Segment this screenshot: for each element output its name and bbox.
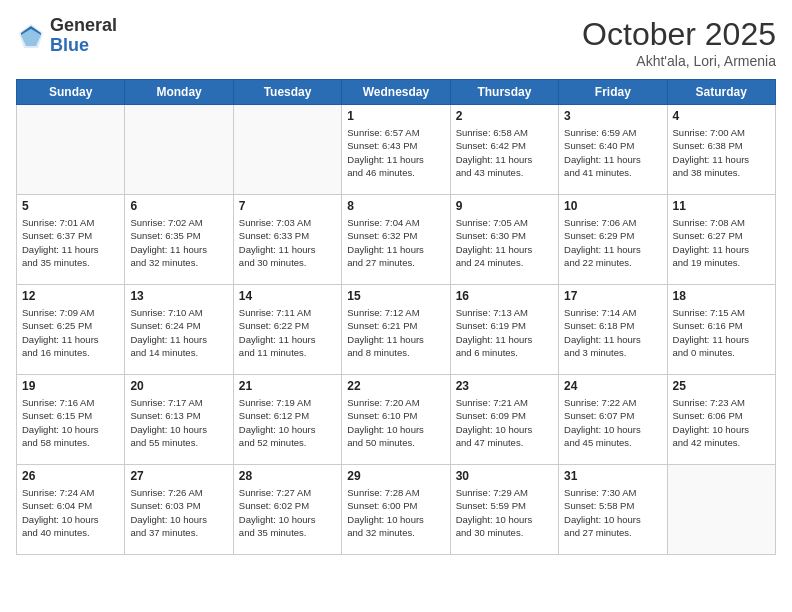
day-number: 6 xyxy=(130,199,227,213)
week-row-5: 26Sunrise: 7:24 AM Sunset: 6:04 PM Dayli… xyxy=(17,465,776,555)
cal-cell: 3Sunrise: 6:59 AM Sunset: 6:40 PM Daylig… xyxy=(559,105,667,195)
day-header-tuesday: Tuesday xyxy=(233,80,341,105)
cal-cell: 23Sunrise: 7:21 AM Sunset: 6:09 PM Dayli… xyxy=(450,375,558,465)
cal-cell: 12Sunrise: 7:09 AM Sunset: 6:25 PM Dayli… xyxy=(17,285,125,375)
cal-cell xyxy=(667,465,775,555)
day-number: 5 xyxy=(22,199,119,213)
cell-info: Sunrise: 7:20 AM Sunset: 6:10 PM Dayligh… xyxy=(347,396,444,449)
day-header-saturday: Saturday xyxy=(667,80,775,105)
location-text: Akht'ala, Lori, Armenia xyxy=(582,53,776,69)
day-number: 24 xyxy=(564,379,661,393)
day-number: 27 xyxy=(130,469,227,483)
cell-info: Sunrise: 7:08 AM Sunset: 6:27 PM Dayligh… xyxy=(673,216,770,269)
cell-info: Sunrise: 6:58 AM Sunset: 6:42 PM Dayligh… xyxy=(456,126,553,179)
cell-info: Sunrise: 7:01 AM Sunset: 6:37 PM Dayligh… xyxy=(22,216,119,269)
cal-cell: 22Sunrise: 7:20 AM Sunset: 6:10 PM Dayli… xyxy=(342,375,450,465)
cal-cell: 7Sunrise: 7:03 AM Sunset: 6:33 PM Daylig… xyxy=(233,195,341,285)
day-number: 10 xyxy=(564,199,661,213)
cell-info: Sunrise: 7:02 AM Sunset: 6:35 PM Dayligh… xyxy=(130,216,227,269)
cell-info: Sunrise: 7:24 AM Sunset: 6:04 PM Dayligh… xyxy=(22,486,119,539)
day-header-thursday: Thursday xyxy=(450,80,558,105)
week-row-2: 5Sunrise: 7:01 AM Sunset: 6:37 PM Daylig… xyxy=(17,195,776,285)
cell-info: Sunrise: 6:57 AM Sunset: 6:43 PM Dayligh… xyxy=(347,126,444,179)
cal-cell: 25Sunrise: 7:23 AM Sunset: 6:06 PM Dayli… xyxy=(667,375,775,465)
cell-info: Sunrise: 7:11 AM Sunset: 6:22 PM Dayligh… xyxy=(239,306,336,359)
page-header: General Blue October 2025 Akht'ala, Lori… xyxy=(16,16,776,69)
cell-info: Sunrise: 7:15 AM Sunset: 6:16 PM Dayligh… xyxy=(673,306,770,359)
day-number: 4 xyxy=(673,109,770,123)
day-number: 16 xyxy=(456,289,553,303)
cal-cell: 8Sunrise: 7:04 AM Sunset: 6:32 PM Daylig… xyxy=(342,195,450,285)
week-row-4: 19Sunrise: 7:16 AM Sunset: 6:15 PM Dayli… xyxy=(17,375,776,465)
day-number: 30 xyxy=(456,469,553,483)
logo-blue-text: Blue xyxy=(50,36,117,56)
cal-cell: 9Sunrise: 7:05 AM Sunset: 6:30 PM Daylig… xyxy=(450,195,558,285)
cal-cell: 16Sunrise: 7:13 AM Sunset: 6:19 PM Dayli… xyxy=(450,285,558,375)
cell-info: Sunrise: 7:12 AM Sunset: 6:21 PM Dayligh… xyxy=(347,306,444,359)
cell-info: Sunrise: 7:04 AM Sunset: 6:32 PM Dayligh… xyxy=(347,216,444,269)
day-number: 23 xyxy=(456,379,553,393)
day-header-monday: Monday xyxy=(125,80,233,105)
day-number: 26 xyxy=(22,469,119,483)
cal-cell: 26Sunrise: 7:24 AM Sunset: 6:04 PM Dayli… xyxy=(17,465,125,555)
month-title: October 2025 xyxy=(582,16,776,53)
cell-info: Sunrise: 7:14 AM Sunset: 6:18 PM Dayligh… xyxy=(564,306,661,359)
cal-cell xyxy=(125,105,233,195)
logo-icon xyxy=(16,21,46,51)
cell-info: Sunrise: 7:27 AM Sunset: 6:02 PM Dayligh… xyxy=(239,486,336,539)
day-number: 28 xyxy=(239,469,336,483)
day-number: 13 xyxy=(130,289,227,303)
cal-cell: 21Sunrise: 7:19 AM Sunset: 6:12 PM Dayli… xyxy=(233,375,341,465)
cal-cell: 17Sunrise: 7:14 AM Sunset: 6:18 PM Dayli… xyxy=(559,285,667,375)
day-number: 11 xyxy=(673,199,770,213)
cal-cell: 28Sunrise: 7:27 AM Sunset: 6:02 PM Dayli… xyxy=(233,465,341,555)
day-number: 21 xyxy=(239,379,336,393)
week-row-1: 1Sunrise: 6:57 AM Sunset: 6:43 PM Daylig… xyxy=(17,105,776,195)
cell-info: Sunrise: 7:06 AM Sunset: 6:29 PM Dayligh… xyxy=(564,216,661,269)
cell-info: Sunrise: 7:29 AM Sunset: 5:59 PM Dayligh… xyxy=(456,486,553,539)
title-block: October 2025 Akht'ala, Lori, Armenia xyxy=(582,16,776,69)
cal-cell: 29Sunrise: 7:28 AM Sunset: 6:00 PM Dayli… xyxy=(342,465,450,555)
cal-cell: 11Sunrise: 7:08 AM Sunset: 6:27 PM Dayli… xyxy=(667,195,775,285)
cal-cell: 6Sunrise: 7:02 AM Sunset: 6:35 PM Daylig… xyxy=(125,195,233,285)
header-row: SundayMondayTuesdayWednesdayThursdayFrid… xyxy=(17,80,776,105)
cell-info: Sunrise: 6:59 AM Sunset: 6:40 PM Dayligh… xyxy=(564,126,661,179)
cal-cell: 24Sunrise: 7:22 AM Sunset: 6:07 PM Dayli… xyxy=(559,375,667,465)
week-row-3: 12Sunrise: 7:09 AM Sunset: 6:25 PM Dayli… xyxy=(17,285,776,375)
day-number: 15 xyxy=(347,289,444,303)
cal-cell: 20Sunrise: 7:17 AM Sunset: 6:13 PM Dayli… xyxy=(125,375,233,465)
day-number: 17 xyxy=(564,289,661,303)
day-number: 12 xyxy=(22,289,119,303)
cell-info: Sunrise: 7:13 AM Sunset: 6:19 PM Dayligh… xyxy=(456,306,553,359)
cell-info: Sunrise: 7:16 AM Sunset: 6:15 PM Dayligh… xyxy=(22,396,119,449)
day-header-friday: Friday xyxy=(559,80,667,105)
cal-cell: 19Sunrise: 7:16 AM Sunset: 6:15 PM Dayli… xyxy=(17,375,125,465)
day-number: 22 xyxy=(347,379,444,393)
cell-info: Sunrise: 7:19 AM Sunset: 6:12 PM Dayligh… xyxy=(239,396,336,449)
cal-cell: 4Sunrise: 7:00 AM Sunset: 6:38 PM Daylig… xyxy=(667,105,775,195)
day-number: 2 xyxy=(456,109,553,123)
cal-cell: 15Sunrise: 7:12 AM Sunset: 6:21 PM Dayli… xyxy=(342,285,450,375)
day-header-sunday: Sunday xyxy=(17,80,125,105)
day-number: 20 xyxy=(130,379,227,393)
day-number: 8 xyxy=(347,199,444,213)
cal-cell: 10Sunrise: 7:06 AM Sunset: 6:29 PM Dayli… xyxy=(559,195,667,285)
day-number: 1 xyxy=(347,109,444,123)
cell-info: Sunrise: 7:03 AM Sunset: 6:33 PM Dayligh… xyxy=(239,216,336,269)
cell-info: Sunrise: 7:28 AM Sunset: 6:00 PM Dayligh… xyxy=(347,486,444,539)
logo: General Blue xyxy=(16,16,117,56)
cal-cell: 13Sunrise: 7:10 AM Sunset: 6:24 PM Dayli… xyxy=(125,285,233,375)
cell-info: Sunrise: 7:26 AM Sunset: 6:03 PM Dayligh… xyxy=(130,486,227,539)
cell-info: Sunrise: 7:23 AM Sunset: 6:06 PM Dayligh… xyxy=(673,396,770,449)
day-header-wednesday: Wednesday xyxy=(342,80,450,105)
day-number: 3 xyxy=(564,109,661,123)
day-number: 9 xyxy=(456,199,553,213)
day-number: 31 xyxy=(564,469,661,483)
day-number: 29 xyxy=(347,469,444,483)
cal-cell: 14Sunrise: 7:11 AM Sunset: 6:22 PM Dayli… xyxy=(233,285,341,375)
cal-cell: 18Sunrise: 7:15 AM Sunset: 6:16 PM Dayli… xyxy=(667,285,775,375)
day-number: 25 xyxy=(673,379,770,393)
day-number: 14 xyxy=(239,289,336,303)
cell-info: Sunrise: 7:21 AM Sunset: 6:09 PM Dayligh… xyxy=(456,396,553,449)
day-number: 7 xyxy=(239,199,336,213)
